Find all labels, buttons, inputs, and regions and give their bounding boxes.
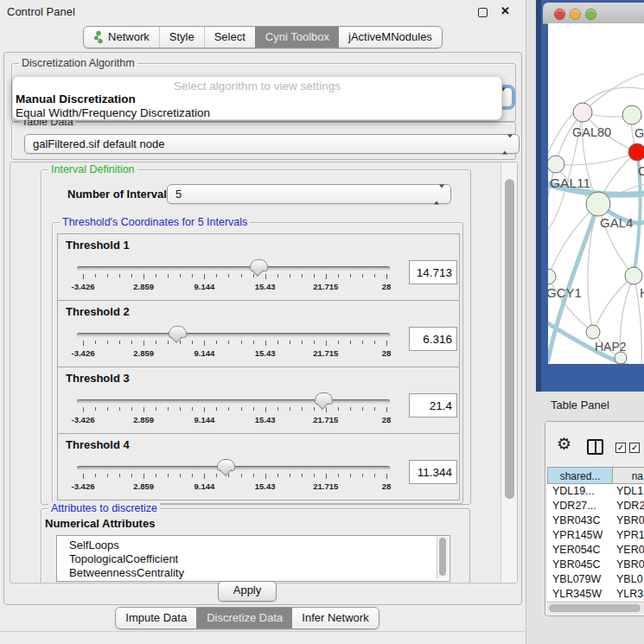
cell-shared-name[interactable]: YPR145W [547,528,613,543]
slider-tick [265,474,266,479]
network-node-gcy1[interactable] [548,269,556,284]
threshold-slider-2[interactable]: -3.4262.8599.14415.4321.71528 [77,301,390,367]
network-canvas[interactable]: GAL80GACGAL11GAL4GCY1HHAP2 [548,23,644,364]
table-horizontal-scrollbar[interactable] [547,602,644,614]
threshold-value-field[interactable]: 21.4 [409,393,457,418]
network-graph[interactable]: GAL80GACGAL11GAL4GCY1HHAP2 [548,23,644,364]
column-checkbox-icon[interactable]: ✓ [629,443,640,453]
settings-scrollbar[interactable] [501,163,518,583]
close-icon[interactable]: ✕ [501,4,510,17]
slider-thumb[interactable] [169,326,187,338]
slider-tick-label: 28 [382,481,392,491]
threshold-slider-4[interactable]: -3.4262.8599.14415.4321.71528 [77,434,390,500]
network-node-red-node[interactable] [628,143,644,161]
float-window-icon[interactable] [478,8,488,17]
slider-thumb[interactable] [217,459,235,471]
tab-discretize-data[interactable]: Discretize Data [196,608,292,628]
cell-name[interactable]: YBL0 [613,572,644,587]
tab-infer-network[interactable]: Infer Network [292,608,378,628]
num-intervals-combo[interactable]: 5 [167,184,451,204]
slider-tick-label: -3.426 [72,481,95,491]
table-row[interactable]: YDL19...YDL1 [547,484,644,499]
attribute-item-topologicalcoefficient[interactable]: TopologicalCoefficient [57,552,450,566]
network-node-gal4[interactable] [586,192,610,216]
slider-tick [290,341,290,344]
threshold-value-field[interactable]: 6.316 [409,327,457,351]
attributes-scrollbar[interactable] [437,536,449,579]
numerical-attributes-list[interactable]: SelfLoopsTopologicalCoefficientBetweenne… [56,535,450,582]
cell-name[interactable]: YPR1 [613,528,644,543]
network-window-titlebar[interactable] [543,3,644,24]
cell-shared-name[interactable]: YDL19... [547,484,613,499]
table-row[interactable]: YLR345WYLR3 [547,587,644,601]
cell-shared-name[interactable]: YDR27... [547,499,613,513]
table-row[interactable]: YBL079WYBL0 [547,572,644,587]
cyni-toolbox-panel: Discretization Algorithm Select algorith… [3,52,522,605]
cell-name[interactable]: YLR3 [613,587,644,601]
algorithm-combo-placeholder[interactable]: Select algorithm to view settings [13,80,501,92]
slider-thumb[interactable] [250,259,268,271]
table-row[interactable]: YPR145WYPR1 [547,528,644,543]
group-title: Interval Definition [48,163,137,175]
table-data-combo[interactable]: galFiltered.sif default node [24,134,520,154]
threshold-value-field[interactable]: 14.713 [409,260,457,284]
column-header-name[interactable]: na [613,467,644,484]
slider-tick [241,407,242,411]
slider-thumb[interactable] [315,392,333,405]
minimize-traffic-light[interactable] [570,9,581,20]
attribute-item-betweennesscentrality[interactable]: BetweennessCentrality [57,566,450,580]
table-row[interactable]: YBR045CYBR0 [547,558,644,572]
slider-track[interactable] [77,266,390,271]
slider-tick [350,474,351,477]
network-node-ga-partial[interactable] [622,105,641,124]
network-node-gal80[interactable] [573,103,592,122]
network-node-small-node[interactable] [615,352,627,364]
slider-tick-label: 15.43 [255,481,276,491]
tab-network[interactable]: Network [84,27,159,48]
cell-name[interactable]: YER0 [613,543,644,558]
settings-scrollbar-thumb[interactable] [505,179,514,499]
tab-impute-data[interactable]: Impute Data [116,608,196,628]
network-node-label-gal11: GAL11 [550,175,590,190]
tab-select[interactable]: Select [204,27,255,48]
attributes-scrollbar-thumb[interactable] [439,538,446,576]
tab-cyni-toolbox[interactable]: Cyni Toolbox [255,27,339,48]
split-columns-icon[interactable] [587,439,603,455]
table-horizontal-scrollbar-thumb[interactable] [549,604,641,612]
threshold-value-field[interactable]: 11.344 [409,460,457,484]
cell-name[interactable]: YDR2 [613,499,644,513]
settings-gear-icon[interactable]: ⚙ [557,436,571,452]
cell-name[interactable]: YBR0 [613,513,644,528]
network-tab-icon [93,31,104,43]
algorithm-option-manual[interactable]: Manual Discretization [16,92,136,105]
threshold-slider-1[interactable]: -3.4262.8599.14415.4321.71528 [77,234,390,300]
group-title: Threshold's Coordinates for 5 Intervals [60,216,250,228]
close-traffic-light[interactable] [554,9,565,20]
slider-track[interactable] [77,399,390,404]
table-row[interactable]: YER054CYER0 [547,543,644,558]
column-header-shared-name[interactable]: shared... [547,467,613,484]
window-frame-edge [536,0,541,392]
network-node-gal11[interactable] [548,156,564,173]
algorithm-option-equal-width[interactable]: Equal Width/Frequency Discretization [16,106,210,119]
network-node-hap2[interactable] [586,325,600,339]
cell-shared-name[interactable]: YBL079W [547,572,613,587]
tab-style[interactable]: Style [159,27,204,48]
table-row[interactable]: YDR27...YDR2 [547,499,644,513]
cell-shared-name[interactable]: YBR045C [547,558,613,572]
zoom-traffic-light[interactable] [585,9,596,20]
slider-track[interactable] [77,333,390,337]
cell-shared-name[interactable]: YLR345W [547,587,613,601]
cell-name[interactable]: YBR0 [613,558,644,572]
tab-jactivemnodules[interactable]: jActiveMNodules [339,27,442,48]
table-row[interactable]: YBR043CYBR0 [547,513,644,528]
network-node-h-partial[interactable] [625,267,642,284]
apply-button[interactable]: Apply [218,581,277,602]
threshold-slider-3[interactable]: -3.4262.8599.14415.4321.71528 [77,367,390,433]
cell-shared-name[interactable]: YBR043C [547,513,613,528]
slider-tick [204,474,205,479]
attribute-item-selfloops[interactable]: SelfLoops [57,539,450,552]
cell-shared-name[interactable]: YER054C [547,543,613,558]
column-checkbox-icon[interactable]: ✓ [615,443,626,453]
cell-name[interactable]: YDL1 [613,484,644,499]
